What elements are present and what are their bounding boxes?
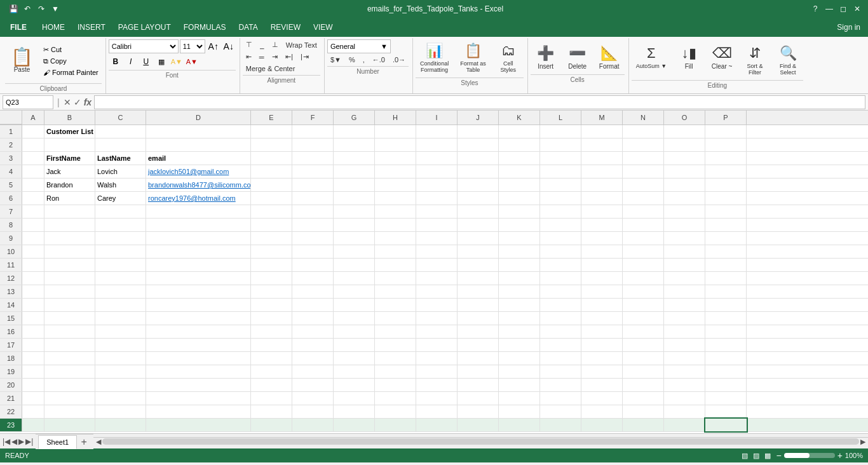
cell-P19[interactable]: [705, 365, 747, 378]
cell-O19[interactable]: [664, 365, 705, 378]
cell-N23[interactable]: [623, 419, 664, 431]
row-header-23[interactable]: 23: [0, 419, 22, 431]
decrease-decimal-button[interactable]: ←.0: [369, 55, 388, 65]
insert-button[interactable]: ➕ Insert: [531, 42, 561, 73]
cell-H4[interactable]: [375, 165, 416, 178]
cell-O2[interactable]: [664, 138, 705, 151]
cell-A12[interactable]: [22, 272, 44, 285]
cell-B3[interactable]: FirstName: [44, 152, 95, 165]
cell-J22[interactable]: [458, 405, 499, 418]
font-size-select[interactable]: 11 89101214: [180, 39, 205, 53]
col-header-C[interactable]: C: [95, 111, 146, 125]
cell-H5[interactable]: [375, 179, 416, 191]
cell-L1[interactable]: [540, 125, 581, 138]
close-button[interactable]: ✕: [851, 3, 863, 15]
cell-J13[interactable]: [458, 285, 499, 298]
cell-O17[interactable]: [664, 339, 705, 351]
cell-J8[interactable]: [458, 219, 499, 231]
cell-O15[interactable]: [664, 312, 705, 325]
cell-H1[interactable]: [375, 125, 416, 138]
cell-O18[interactable]: [664, 352, 705, 365]
cell-C2[interactable]: [95, 138, 146, 151]
cell-P5[interactable]: [705, 179, 747, 191]
cell-M11[interactable]: [581, 259, 623, 271]
cell-N19[interactable]: [623, 365, 664, 378]
row-header-18[interactable]: 18: [0, 352, 22, 365]
cell-M12[interactable]: [581, 272, 623, 285]
cell-O7[interactable]: [664, 205, 705, 218]
cell-H17[interactable]: [375, 339, 416, 351]
cell-K18[interactable]: [499, 352, 540, 365]
cell-C12[interactable]: [95, 272, 146, 285]
cell-G5[interactable]: [334, 179, 375, 191]
cell-N3[interactable]: [623, 152, 664, 165]
cell-B23[interactable]: [44, 419, 95, 431]
cell-N13[interactable]: [623, 285, 664, 298]
cell-F21[interactable]: [292, 392, 334, 405]
cell-I13[interactable]: [416, 285, 458, 298]
cell-D2[interactable]: [146, 138, 251, 151]
cell-P20[interactable]: [705, 379, 747, 391]
align-bottom-button[interactable]: ⊥: [269, 39, 281, 50]
cell-E15[interactable]: [251, 312, 292, 325]
last-sheet-button[interactable]: ▶|: [25, 437, 33, 446]
cell-A3[interactable]: [22, 152, 44, 165]
cell-G3[interactable]: [334, 152, 375, 165]
cell-P13[interactable]: [705, 285, 747, 298]
cell-I18[interactable]: [416, 352, 458, 365]
row-header-20[interactable]: 20: [0, 379, 22, 391]
cell-G17[interactable]: [334, 339, 375, 351]
cell-J18[interactable]: [458, 352, 499, 365]
cell-O16[interactable]: [664, 325, 705, 338]
cell-A23[interactable]: [22, 419, 44, 431]
col-header-D[interactable]: D: [146, 111, 251, 125]
cell-P10[interactable]: [705, 245, 747, 258]
cell-I9[interactable]: [416, 232, 458, 245]
cut-button[interactable]: ✂ Cut: [40, 44, 102, 55]
cell-H9[interactable]: [375, 232, 416, 245]
cell-D9[interactable]: [146, 232, 251, 245]
cell-M16[interactable]: [581, 325, 623, 338]
zoom-in-button[interactable]: +: [837, 450, 843, 461]
underline-button[interactable]: U: [139, 55, 153, 69]
cell-J20[interactable]: [458, 379, 499, 391]
row-header-16[interactable]: 16: [0, 325, 22, 338]
cell-B10[interactable]: [44, 245, 95, 258]
clear-button[interactable]: ⌫ Clear ~: [707, 42, 737, 73]
cell-A5[interactable]: [22, 179, 44, 191]
cell-H8[interactable]: [375, 219, 416, 231]
cell-A14[interactable]: [22, 299, 44, 311]
col-header-L[interactable]: L: [540, 111, 581, 125]
cell-B18[interactable]: [44, 352, 95, 365]
cell-P18[interactable]: [705, 352, 747, 365]
cell-F3[interactable]: [292, 152, 334, 165]
file-menu[interactable]: FILE: [1, 18, 36, 37]
cell-B16[interactable]: [44, 325, 95, 338]
view-menu[interactable]: VIEW: [307, 18, 339, 37]
cell-E5[interactable]: [251, 179, 292, 191]
cell-G2[interactable]: [334, 138, 375, 151]
cell-G22[interactable]: [334, 405, 375, 418]
col-header-J[interactable]: J: [458, 111, 499, 125]
cell-K17[interactable]: [499, 339, 540, 351]
cell-N15[interactable]: [623, 312, 664, 325]
cell-M17[interactable]: [581, 339, 623, 351]
cell-B1[interactable]: Customer List 2018: [44, 125, 95, 138]
cell-I3[interactable]: [416, 152, 458, 165]
cell-O4[interactable]: [664, 165, 705, 178]
cell-K16[interactable]: [499, 325, 540, 338]
first-sheet-button[interactable]: |◀: [3, 437, 10, 446]
cell-J3[interactable]: [458, 152, 499, 165]
row-header-13[interactable]: 13: [0, 285, 22, 298]
row-header-12[interactable]: 12: [0, 272, 22, 285]
col-header-N[interactable]: N: [623, 111, 664, 125]
cell-J16[interactable]: [458, 325, 499, 338]
format-button[interactable]: 📐 Format: [594, 42, 625, 73]
undo-icon[interactable]: ↶: [22, 3, 33, 15]
cell-C22[interactable]: [95, 405, 146, 418]
merge-center-button[interactable]: Merge & Center: [243, 64, 299, 74]
cell-L19[interactable]: [540, 365, 581, 378]
cell-N11[interactable]: [623, 259, 664, 271]
cell-M22[interactable]: [581, 405, 623, 418]
number-format-select[interactable]: General ▼: [327, 39, 391, 53]
